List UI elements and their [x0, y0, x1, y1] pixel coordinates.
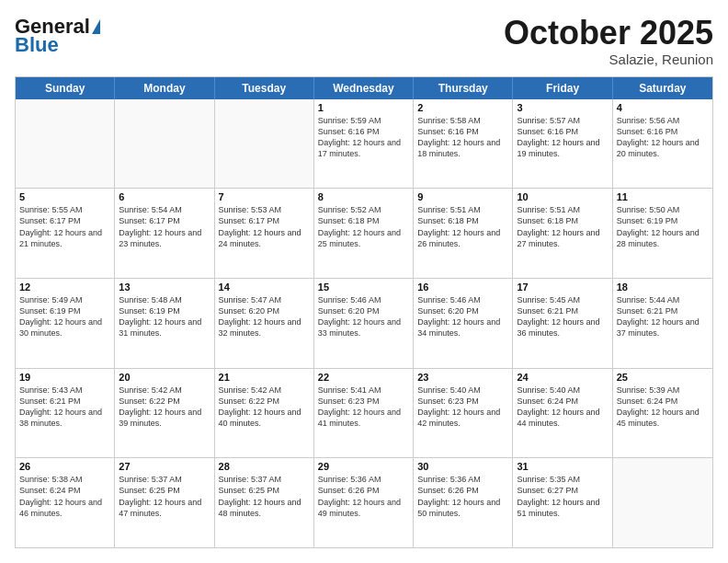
day-number: 19	[19, 372, 110, 383]
day-number: 9	[417, 191, 508, 202]
calendar-day-4: 4Sunrise: 5:56 AM Sunset: 6:16 PM Daylig…	[613, 99, 712, 189]
calendar-day-13: 13Sunrise: 5:48 AM Sunset: 6:19 PM Dayli…	[115, 279, 214, 368]
calendar-title: October 2025	[504, 15, 713, 52]
day-info: Sunrise: 5:55 AM Sunset: 6:17 PM Dayligh…	[19, 204, 110, 249]
day-info: Sunrise: 5:37 AM Sunset: 6:25 PM Dayligh…	[219, 474, 310, 519]
calendar-week-3: 12Sunrise: 5:49 AM Sunset: 6:19 PM Dayli…	[16, 278, 712, 368]
day-info: Sunrise: 5:58 AM Sunset: 6:16 PM Dayligh…	[417, 115, 508, 160]
calendar-day-28: 28Sunrise: 5:37 AM Sunset: 6:25 PM Dayli…	[215, 458, 314, 547]
day-info: Sunrise: 5:56 AM Sunset: 6:16 PM Dayligh…	[617, 115, 709, 160]
day-info: Sunrise: 5:51 AM Sunset: 6:18 PM Dayligh…	[417, 204, 508, 249]
calendar-day-31: 31Sunrise: 5:35 AM Sunset: 6:27 PM Dayli…	[513, 458, 612, 547]
day-info: Sunrise: 5:50 AM Sunset: 6:19 PM Dayligh…	[617, 204, 709, 249]
day-number: 10	[517, 191, 608, 202]
day-info: Sunrise: 5:53 AM Sunset: 6:17 PM Dayligh…	[219, 204, 310, 249]
calendar-day-29: 29Sunrise: 5:36 AM Sunset: 6:26 PM Dayli…	[314, 458, 414, 547]
calendar-day-24: 24Sunrise: 5:40 AM Sunset: 6:24 PM Dayli…	[513, 369, 612, 458]
logo: General Blue	[15, 15, 100, 57]
header-day-tuesday: Tuesday	[215, 77, 314, 99]
day-number: 17	[517, 282, 608, 293]
day-number: 12	[19, 282, 110, 293]
day-info: Sunrise: 5:49 AM Sunset: 6:19 PM Dayligh…	[19, 294, 110, 339]
calendar: SundayMondayTuesdayWednesdayThursdayFrid…	[15, 76, 713, 548]
calendar-day-18: 18Sunrise: 5:44 AM Sunset: 6:21 PM Dayli…	[613, 279, 712, 368]
day-info: Sunrise: 5:36 AM Sunset: 6:26 PM Dayligh…	[318, 474, 409, 519]
calendar-day-9: 9Sunrise: 5:51 AM Sunset: 6:18 PM Daylig…	[414, 189, 513, 278]
calendar-day-11: 11Sunrise: 5:50 AM Sunset: 6:19 PM Dayli…	[613, 189, 712, 278]
day-number: 20	[119, 372, 210, 383]
day-number: 22	[318, 372, 409, 383]
day-info: Sunrise: 5:36 AM Sunset: 6:26 PM Dayligh…	[417, 474, 508, 519]
day-number: 13	[119, 282, 210, 293]
day-info: Sunrise: 5:42 AM Sunset: 6:22 PM Dayligh…	[219, 385, 310, 430]
day-number: 15	[318, 282, 409, 293]
calendar-day-10: 10Sunrise: 5:51 AM Sunset: 6:18 PM Dayli…	[513, 189, 612, 278]
calendar-day-25: 25Sunrise: 5:39 AM Sunset: 6:24 PM Dayli…	[613, 369, 712, 458]
calendar-empty-cell	[115, 99, 214, 189]
day-number: 16	[417, 282, 508, 293]
calendar-day-1: 1Sunrise: 5:59 AM Sunset: 6:16 PM Daylig…	[314, 99, 414, 189]
day-number: 25	[617, 372, 709, 383]
calendar-day-6: 6Sunrise: 5:54 AM Sunset: 6:17 PM Daylig…	[115, 189, 214, 278]
calendar-location: Salazie, Reunion	[504, 52, 713, 67]
day-number: 29	[318, 461, 409, 472]
day-number: 7	[219, 191, 310, 202]
header-day-wednesday: Wednesday	[314, 77, 414, 99]
day-info: Sunrise: 5:35 AM Sunset: 6:27 PM Dayligh…	[517, 474, 608, 519]
page: General Blue October 2025 Salazie, Reuni…	[0, 0, 728, 563]
day-info: Sunrise: 5:39 AM Sunset: 6:24 PM Dayligh…	[617, 385, 709, 430]
header-day-thursday: Thursday	[414, 77, 513, 99]
calendar-empty-cell	[16, 99, 115, 189]
day-info: Sunrise: 5:59 AM Sunset: 6:16 PM Dayligh…	[318, 115, 409, 160]
calendar-body: 1Sunrise: 5:59 AM Sunset: 6:16 PM Daylig…	[16, 99, 712, 547]
calendar-empty-cell	[613, 458, 712, 547]
header-day-monday: Monday	[115, 77, 214, 99]
day-number: 5	[19, 191, 110, 202]
day-number: 27	[119, 461, 210, 472]
header-day-saturday: Saturday	[613, 77, 712, 99]
day-number: 4	[617, 102, 709, 113]
calendar-day-2: 2Sunrise: 5:58 AM Sunset: 6:16 PM Daylig…	[414, 99, 513, 189]
day-info: Sunrise: 5:40 AM Sunset: 6:24 PM Dayligh…	[517, 385, 608, 430]
day-info: Sunrise: 5:46 AM Sunset: 6:20 PM Dayligh…	[318, 294, 409, 339]
calendar-day-17: 17Sunrise: 5:45 AM Sunset: 6:21 PM Dayli…	[513, 279, 612, 368]
day-number: 31	[517, 461, 608, 472]
day-info: Sunrise: 5:51 AM Sunset: 6:18 PM Dayligh…	[517, 204, 608, 249]
day-info: Sunrise: 5:41 AM Sunset: 6:23 PM Dayligh…	[318, 385, 409, 430]
calendar-header-row: SundayMondayTuesdayWednesdayThursdayFrid…	[16, 77, 712, 99]
day-number: 1	[318, 102, 409, 113]
header: General Blue October 2025 Salazie, Reuni…	[15, 15, 713, 67]
title-block: October 2025 Salazie, Reunion	[504, 15, 713, 67]
calendar-day-23: 23Sunrise: 5:40 AM Sunset: 6:23 PM Dayli…	[414, 369, 513, 458]
day-number: 30	[417, 461, 508, 472]
calendar-day-20: 20Sunrise: 5:42 AM Sunset: 6:22 PM Dayli…	[115, 369, 214, 458]
day-number: 8	[318, 191, 409, 202]
day-info: Sunrise: 5:46 AM Sunset: 6:20 PM Dayligh…	[417, 294, 508, 339]
header-day-friday: Friday	[513, 77, 612, 99]
calendar-day-14: 14Sunrise: 5:47 AM Sunset: 6:20 PM Dayli…	[215, 279, 314, 368]
calendar-empty-cell	[215, 99, 314, 189]
day-number: 26	[19, 461, 110, 472]
day-info: Sunrise: 5:52 AM Sunset: 6:18 PM Dayligh…	[318, 204, 409, 249]
day-info: Sunrise: 5:57 AM Sunset: 6:16 PM Dayligh…	[517, 115, 608, 160]
day-number: 23	[417, 372, 508, 383]
day-info: Sunrise: 5:38 AM Sunset: 6:24 PM Dayligh…	[19, 474, 110, 519]
calendar-day-16: 16Sunrise: 5:46 AM Sunset: 6:20 PM Dayli…	[414, 279, 513, 368]
calendar-day-27: 27Sunrise: 5:37 AM Sunset: 6:25 PM Dayli…	[115, 458, 214, 547]
calendar-week-4: 19Sunrise: 5:43 AM Sunset: 6:21 PM Dayli…	[16, 368, 712, 458]
calendar-day-8: 8Sunrise: 5:52 AM Sunset: 6:18 PM Daylig…	[314, 189, 414, 278]
day-info: Sunrise: 5:47 AM Sunset: 6:20 PM Dayligh…	[219, 294, 310, 339]
day-info: Sunrise: 5:43 AM Sunset: 6:21 PM Dayligh…	[19, 385, 110, 430]
logo-blue: Blue	[15, 33, 59, 57]
day-number: 11	[617, 191, 709, 202]
calendar-day-30: 30Sunrise: 5:36 AM Sunset: 6:26 PM Dayli…	[414, 458, 513, 547]
calendar-day-12: 12Sunrise: 5:49 AM Sunset: 6:19 PM Dayli…	[16, 279, 115, 368]
day-number: 18	[617, 282, 709, 293]
day-info: Sunrise: 5:48 AM Sunset: 6:19 PM Dayligh…	[119, 294, 210, 339]
day-info: Sunrise: 5:37 AM Sunset: 6:25 PM Dayligh…	[119, 474, 210, 519]
calendar-day-21: 21Sunrise: 5:42 AM Sunset: 6:22 PM Dayli…	[215, 369, 314, 458]
calendar-week-5: 26Sunrise: 5:38 AM Sunset: 6:24 PM Dayli…	[16, 457, 712, 547]
calendar-day-22: 22Sunrise: 5:41 AM Sunset: 6:23 PM Dayli…	[314, 369, 414, 458]
day-number: 24	[517, 372, 608, 383]
day-number: 6	[119, 191, 210, 202]
